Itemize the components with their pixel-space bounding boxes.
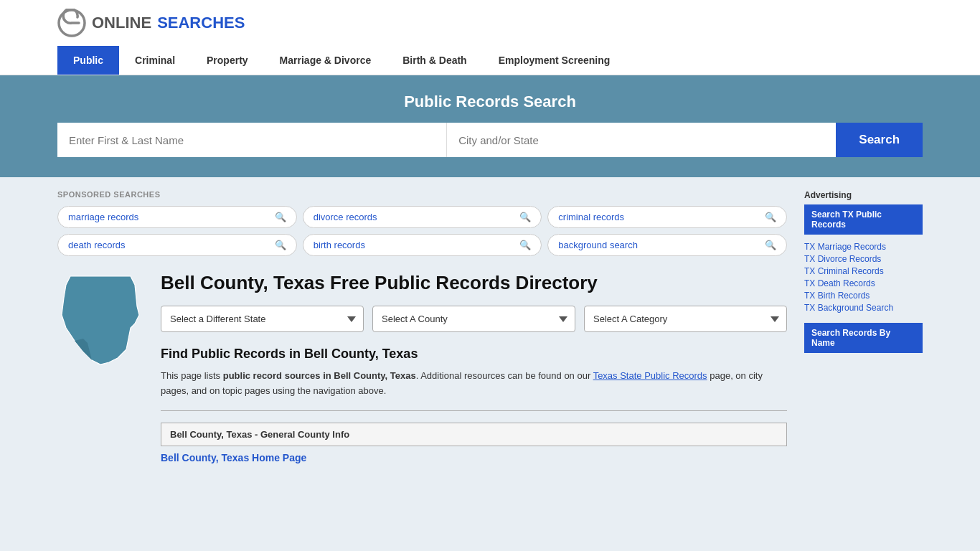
logo-icon [57, 9, 86, 37]
sidebar-link-criminal[interactable]: TX Criminal Records [804, 266, 923, 276]
search-banner-title: Public Records Search [57, 93, 923, 111]
county-select[interactable]: Select A County [372, 306, 575, 332]
search-icon: 🔍 [765, 240, 776, 250]
nav-marriage-divorce[interactable]: Marriage & Divorce [264, 46, 387, 75]
tag-birth-records[interactable]: birth records 🔍 [303, 234, 542, 256]
tag-background-search[interactable]: background search 🔍 [547, 234, 787, 256]
divider [161, 410, 787, 411]
county-home-link[interactable]: Bell County, Texas Home Page [161, 446, 787, 463]
tag-criminal-records[interactable]: criminal records 🔍 [547, 206, 787, 228]
tag-label: criminal records [558, 212, 624, 222]
tag-label: birth records [314, 240, 365, 250]
search-banner: Public Records Search Search [0, 75, 980, 177]
search-icon: 🔍 [275, 212, 286, 222]
tag-marriage-records[interactable]: marriage records 🔍 [57, 206, 297, 228]
tag-label: death records [68, 240, 126, 250]
search-icon: 🔍 [519, 212, 531, 222]
name-input[interactable] [57, 123, 447, 157]
search-button[interactable]: Search [836, 123, 923, 157]
tag-divorce-records[interactable]: divorce records 🔍 [303, 206, 542, 228]
county-section-title: Bell County, Texas - General County Info [161, 423, 787, 446]
dropdown-row: Select a Different State Select A County… [161, 306, 787, 332]
tag-label: divorce records [314, 212, 377, 222]
nav-birth-death[interactable]: Birth & Death [387, 46, 482, 75]
search-icon: 🔍 [275, 240, 286, 250]
nav-employment[interactable]: Employment Screening [483, 46, 626, 75]
logo-text-online: ONLINE [92, 14, 151, 32]
content-area: SPONSORED SEARCHES marriage records 🔍 di… [57, 177, 804, 476]
state-map [57, 272, 143, 369]
tag-death-records[interactable]: death records 🔍 [57, 234, 297, 256]
sidebar-link-death[interactable]: TX Death Records [804, 278, 923, 288]
logo[interactable]: ONLINE SEARCHES [57, 9, 245, 37]
main-container: SPONSORED SEARCHES marriage records 🔍 di… [0, 177, 980, 476]
find-text-after: . Additional resources can be found on o… [416, 370, 593, 381]
find-title: Find Public Records in Bell County, Texa… [161, 347, 787, 362]
directory-content: Bell County, Texas Free Public Records D… [161, 272, 787, 463]
sidebar-link-divorce[interactable]: TX Divorce Records [804, 254, 923, 264]
sidebar: Advertising Search TX Public Records TX … [804, 177, 923, 476]
tag-label: marriage records [68, 212, 138, 222]
search-icon: 🔍 [519, 240, 531, 250]
directory-title: Bell County, Texas Free Public Records D… [161, 272, 787, 294]
nav-property[interactable]: Property [191, 46, 264, 75]
texas-map-svg [57, 272, 143, 367]
search-tx-button[interactable]: Search TX Public Records [804, 204, 923, 235]
find-text-bold: public record sources in Bell County, Te… [223, 370, 416, 381]
find-text-before: This page lists [161, 370, 223, 381]
search-tags: marriage records 🔍 divorce records 🔍 cri… [57, 206, 787, 256]
sidebar-links: TX Marriage Records TX Divorce Records T… [804, 242, 923, 313]
state-records-link[interactable]: Texas State Public Records [593, 370, 707, 381]
location-input[interactable] [447, 123, 836, 157]
category-select[interactable]: Select A Category [584, 306, 787, 332]
sidebar-link-marriage[interactable]: TX Marriage Records [804, 242, 923, 252]
search-by-name-button[interactable]: Search Records By Name [804, 323, 923, 353]
logo-text-searches: SEARCHES [157, 14, 245, 32]
directory-section: Bell County, Texas Free Public Records D… [57, 272, 787, 463]
tag-label: background search [558, 240, 638, 250]
header: ONLINE SEARCHES [0, 0, 980, 46]
sidebar-advertising-label: Advertising [804, 190, 923, 200]
nav-criminal[interactable]: Criminal [119, 46, 191, 75]
search-row: Search [57, 123, 923, 157]
search-icon: 🔍 [765, 212, 776, 222]
sidebar-link-background[interactable]: TX Background Search [804, 303, 923, 313]
main-nav: Public Criminal Property Marriage & Divo… [0, 46, 980, 75]
state-select[interactable]: Select a Different State [161, 306, 364, 332]
find-text: This page lists public record sources in… [161, 369, 787, 399]
nav-public[interactable]: Public [57, 46, 119, 75]
sponsored-label: SPONSORED SEARCHES [57, 190, 787, 199]
sidebar-link-birth[interactable]: TX Birth Records [804, 291, 923, 301]
